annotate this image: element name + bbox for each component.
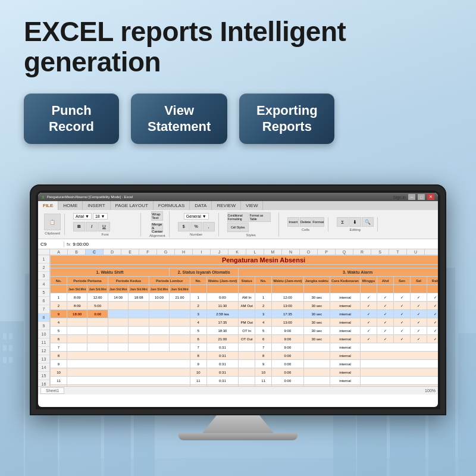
- svg-rect-3: [3, 345, 7, 351]
- italic-icon[interactable]: I: [86, 222, 98, 231]
- fill-icon[interactable]: ⬇: [349, 217, 361, 227]
- page-wrapper: EXCEL reports Intelligent generation Pun…: [0, 0, 476, 476]
- paste-icon[interactable]: 📋: [44, 214, 61, 230]
- svg-rect-43: [458, 333, 476, 476]
- data-row-10: 10 10 0:31 10 0:00 internal: [51, 368, 439, 377]
- conditional-format-icon[interactable]: Conditional Formatting: [227, 212, 249, 222]
- row-num-10: 10: [38, 330, 49, 339]
- row-num-7: 7: [38, 305, 49, 314]
- insert-cell-icon[interactable]: Insert: [287, 217, 299, 227]
- font-size-dropdown[interactable]: 18 ▼: [93, 213, 108, 220]
- row-num-15: 15: [38, 372, 49, 380]
- periode-pertama-header: Periode Pertama: [67, 277, 108, 285]
- data-row-3: 9 18:00 0:00 3 2:58 lea: [51, 310, 439, 318]
- col-header-a: A: [50, 249, 68, 255]
- col-header-r: R: [353, 249, 371, 255]
- status-no-header: No.: [190, 277, 206, 285]
- sub-headers-row: No. Periode Pertama Periode Kedua Period…: [51, 277, 439, 285]
- font-name-dropdown[interactable]: Arial ▼: [73, 213, 92, 220]
- ribbon-tab-formulas[interactable]: FORMULAS: [154, 201, 190, 210]
- merge-center-icon[interactable]: Merge & Center: [151, 223, 163, 233]
- row-num-12: 12: [38, 347, 49, 355]
- cell-styles-icon[interactable]: Cell Styles: [227, 223, 249, 232]
- no-header: No.: [51, 277, 67, 285]
- spreadsheet-content: Pengaturan Mesin Absensi 1. Waktu Shift …: [50, 255, 438, 386]
- window-controls: ─ □ ✕: [408, 194, 434, 200]
- cell-reference[interactable]: C9: [40, 242, 64, 247]
- col-header-k: K: [228, 249, 246, 255]
- ahd-header: Ahd: [377, 277, 394, 285]
- ribbon-tab-data[interactable]: DATA: [190, 201, 212, 210]
- column-headers-row: A B C D E F G H I J K L M N O: [38, 249, 438, 255]
- col-header-q: Q: [336, 249, 353, 255]
- punch-record-button[interactable]: Punch Record: [24, 93, 119, 144]
- bold-icon[interactable]: B: [73, 222, 85, 231]
- col-header-g: G: [157, 249, 175, 255]
- alarm-waktu-header: Waktu (Jam-mnt): [272, 277, 303, 285]
- svg-rect-5: [3, 357, 7, 363]
- number-format-dropdown[interactable]: General ▼: [184, 213, 209, 220]
- section2-header: 2. Status Isyarah Otomatis: [170, 268, 239, 277]
- main-title: EXCEL reports Intelligent generation: [24, 17, 452, 77]
- ribbon-tab-review[interactable]: REVIEW: [212, 201, 241, 210]
- row-num-2: 2: [38, 264, 49, 272]
- waktu-header: Waktu (Jam-mnt): [206, 277, 238, 285]
- close-button[interactable]: ✕: [427, 194, 434, 200]
- format-table-icon[interactable]: Format as Table: [249, 212, 271, 222]
- underline-icon[interactable]: U: [98, 222, 110, 231]
- percent-icon[interactable]: %: [190, 222, 202, 231]
- monitor-screen-wrapper: X PengaturanMesinAbsensi [Compatibility …: [30, 184, 446, 415]
- spreadsheet-title: Pengaturan Mesin Absensi: [51, 256, 439, 265]
- status-header: Status: [239, 277, 255, 285]
- ribbon-tab-insert[interactable]: INSERT: [83, 201, 110, 210]
- ribbon-toolbar: 📋 Clipboard Arial ▼ 18 ▼ B: [38, 210, 438, 239]
- formula-icon: fx: [67, 242, 70, 247]
- svg-rect-6: [9, 357, 12, 363]
- toolbar-editing: Σ ⬇ 🔍 Editing: [333, 217, 378, 231]
- signin-label[interactable]: Sign in: [393, 195, 406, 199]
- toolbar-clipboard: 📋 Clipboard: [40, 214, 65, 235]
- monitor: X PengaturanMesinAbsensi [Compatibility …: [30, 184, 446, 440]
- title-row: Pengaturan Mesin Absensi: [51, 256, 439, 265]
- svg-rect-1: [3, 333, 7, 339]
- clear-icon[interactable]: 🔍: [362, 217, 374, 227]
- ribbon-tab-file[interactable]: FILE: [38, 201, 58, 210]
- col-header-m: M: [264, 249, 282, 255]
- sum-icon[interactable]: Σ: [337, 217, 349, 227]
- sheet-tab[interactable]: Sheet1: [40, 387, 64, 394]
- minimize-button[interactable]: ─: [408, 194, 415, 200]
- row-num-14: 14: [38, 364, 49, 372]
- row-num-3: 3: [38, 272, 49, 280]
- ribbon-tab-home[interactable]: HOME: [58, 201, 83, 210]
- data-row-6: 6 6 21:00 OT Out: [51, 335, 439, 343]
- row-num-9: 9: [38, 322, 49, 330]
- col-header-u: U: [407, 249, 425, 255]
- wrap-text-icon[interactable]: Wrap Text: [151, 211, 163, 221]
- data-row-4: 4 4 17:35 PM Out: [51, 318, 439, 327]
- currency-icon[interactable]: $: [178, 222, 190, 231]
- row-num-8: 8: [38, 314, 49, 322]
- col-header-p: P: [318, 249, 336, 255]
- ribbon-tab-view[interactable]: VIEW: [241, 201, 263, 210]
- sel-header: Sel: [411, 277, 427, 285]
- monitor-base: [178, 433, 298, 440]
- maximize-button[interactable]: □: [418, 194, 425, 200]
- format-cell-icon[interactable]: Format: [312, 217, 324, 227]
- row-num-4: 4: [38, 280, 49, 289]
- svg-rect-45: [0, 458, 476, 476]
- view-statement-button[interactable]: View Statement: [131, 93, 227, 144]
- comma-icon[interactable]: ,: [203, 222, 215, 231]
- toolbar-styles: Conditional Formatting Format as Table C…: [224, 212, 279, 237]
- periode-kedua-header: Periode Kedua: [108, 277, 149, 285]
- col-header-d: D: [104, 249, 121, 255]
- excel-bottom-bar: Sheet1 100%: [38, 386, 438, 394]
- ribbon-tab-pagelayout[interactable]: PAGE LAYOUT: [111, 201, 154, 210]
- formula-value[interactable]: 9:00:00: [73, 242, 89, 247]
- delete-cell-icon[interactable]: Delete: [300, 217, 312, 227]
- rab-header: Rab: [427, 277, 438, 285]
- toolbar-number: General ▼ $ % , Number: [174, 213, 219, 236]
- section3-header: 3. Waktu Alarm: [239, 268, 438, 277]
- exporting-reports-button[interactable]: Exporting Reports: [239, 93, 334, 144]
- row-num-1: 1: [38, 255, 49, 264]
- row-num-13: 13: [38, 355, 49, 364]
